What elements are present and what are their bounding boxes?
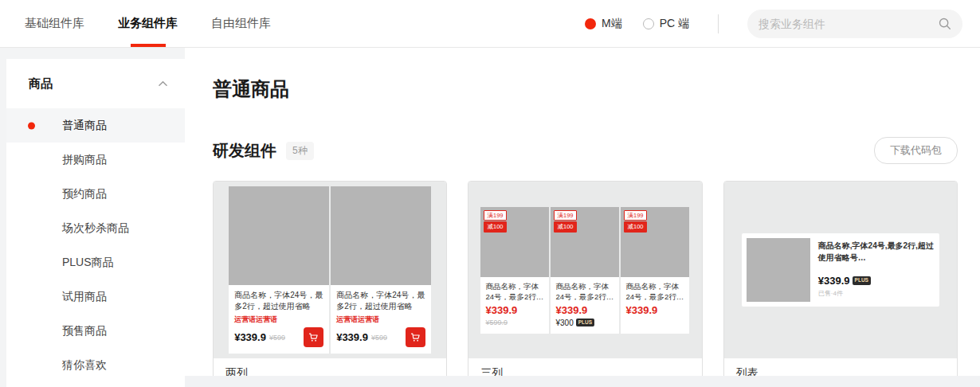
product-name: 商品名称，字体24号，最多2行，超过使用省略号…: [234, 290, 323, 312]
chevron-up-icon[interactable]: [159, 80, 167, 87]
sidebar-item-trial-goods[interactable]: 试用商品: [6, 280, 185, 314]
header-divider: [718, 14, 719, 33]
sidebar-item-group-buy-goods[interactable]: 拼购商品: [6, 143, 185, 177]
coupon-threshold: 满199: [554, 210, 576, 221]
radio-m-platform[interactable]: M端: [585, 17, 622, 31]
active-indicator-dot: [28, 122, 35, 129]
dev-components-section-header: 研发组件 5种 下载代码包: [213, 137, 958, 164]
card-two-column[interactable]: 商品名称，字体24号，最多2行，超过使用省略号… 运营语运营语 ¥339.9 ¥…: [213, 181, 447, 387]
tab-free-library[interactable]: 自由组件库: [194, 0, 288, 47]
download-code-button[interactable]: 下载代码包: [874, 137, 958, 164]
product-image-placeholder: 满199 减100: [480, 207, 549, 277]
sub-price-row: ¥599.9: [485, 318, 544, 328]
price: ¥339.9: [555, 304, 614, 316]
coupon-discount: 减100: [554, 221, 576, 233]
price: ¥339.9: [625, 304, 684, 316]
sidebar-item-presale-goods[interactable]: 预售商品: [6, 314, 185, 348]
sidebar-item-guess-you-like[interactable]: 猜你喜欢: [6, 348, 185, 382]
price: ¥339.9: [336, 331, 368, 343]
sidebar-item-label: 普通商品: [62, 119, 107, 133]
sidebar-item-plus-goods[interactable]: PLUS商品: [6, 245, 185, 280]
product-name: 商品名称，字体24号，最多2行…: [555, 281, 614, 303]
tab-base-library[interactable]: 基础组件库: [8, 0, 101, 47]
search-icon[interactable]: [938, 17, 951, 30]
sidebar-item-normal-goods[interactable]: 普通商品: [6, 108, 185, 143]
card-two-column-preview: 商品名称，字体24号，最多2行，超过使用省略号… 运营语运营语 ¥339.9 ¥…: [214, 182, 446, 358]
sidebar-item-label: 场次秒杀商品: [62, 221, 129, 236]
library-tabs: 基础组件库 业务组件库 自由组件库: [8, 0, 288, 47]
product-image-placeholder: 满199 减100: [551, 207, 619, 277]
sidebar-item-label: 预约商品: [62, 187, 107, 201]
product-image-placeholder: [747, 238, 810, 302]
old-price: ¥599.9: [485, 319, 508, 326]
product-image-placeholder: [229, 186, 329, 285]
sidebar-section-title: 商品: [29, 76, 53, 92]
price: ¥339.9: [818, 275, 850, 287]
operation-tag: 运营语运营语: [336, 315, 425, 325]
card-three-column-preview: 满199 减100 商品名称，字体24号，最多2行… ¥339.9 ¥599.9: [468, 182, 701, 358]
sidebar-item-flash-sale-goods[interactable]: 场次秒杀商品: [6, 211, 185, 245]
content-area: 商品 普通商品 拼购商品 预约商品 场次秒杀商品 PLU: [0, 48, 980, 387]
section-title: 研发组件: [213, 140, 276, 162]
card-label: 两列: [214, 358, 446, 387]
coupon-threshold: 满199: [624, 210, 646, 221]
radio-pc-platform[interactable]: PC 端: [643, 17, 689, 31]
radio-unselected-icon[interactable]: [643, 18, 654, 29]
coupon-badge: 满199 减100: [554, 210, 576, 233]
coupon-threshold: 满199: [484, 210, 506, 221]
sidebar-item-label: 预售商品: [62, 324, 107, 338]
price-row: ¥339.9 PLUS: [818, 275, 935, 287]
product-image-placeholder: [331, 186, 431, 285]
component-cards: 商品名称，字体24号，最多2行，超过使用省略号… 运营语运营语 ¥339.9 ¥…: [213, 181, 958, 387]
demo-product-tile: 满199 减100 商品名称，字体24号，最多2行… ¥339.9: [621, 207, 689, 334]
sidebar-item-reserve-goods[interactable]: 预约商品: [6, 177, 185, 211]
sidebar-section-goods[interactable]: 商品: [6, 59, 185, 108]
product-info: 商品名称，字体24号，最多2行… ¥339.9: [621, 277, 689, 334]
plus-badge: PLUS: [576, 319, 594, 327]
operation-tag: 运营语运营语: [234, 315, 323, 325]
radio-pc-label[interactable]: PC 端: [660, 17, 689, 31]
old-price: ¥599: [269, 334, 285, 342]
product-info: 商品名称，字体24号，最多2行，超过使用省略号… 运营语运营语 ¥339.9 ¥…: [331, 285, 431, 354]
sidebar-item-label: PLUS商品: [62, 256, 114, 270]
sidebar-column: 商品 普通商品 拼购商品 预约商品 场次秒杀商品 PLU: [0, 48, 185, 387]
sub-price-row: ¥300 PLUS: [555, 318, 614, 328]
search-box[interactable]: [747, 10, 962, 38]
product-info: 商品名称，字体24号，最多2行… ¥339.9 ¥300 PLUS: [551, 277, 619, 334]
radio-m-label[interactable]: M端: [602, 17, 622, 31]
coupon-discount: 减100: [624, 221, 646, 233]
card-label: 列表: [724, 358, 957, 387]
coupon-badge: 满199 减100: [484, 210, 506, 233]
product-name: 商品名称，字体24号，最多2行…: [625, 281, 684, 303]
sub-price-row: [625, 318, 684, 328]
card-list-preview: 商品名称,字体24号,最多2行,超过使用省略号… ¥339.9 PLUS 已售·…: [724, 182, 957, 358]
product-name: 商品名称,字体24号,最多2行,超过使用省略号…: [818, 240, 935, 264]
search-input[interactable]: [759, 18, 938, 30]
cart-icon: [304, 327, 323, 347]
price-row: ¥339.9 ¥599: [336, 327, 425, 347]
card-list[interactable]: 商品名称,字体24号,最多2行,超过使用省略号… ¥339.9 PLUS 已售·…: [723, 181, 958, 387]
top-header: 基础组件库 业务组件库 自由组件库 M端 PC 端: [0, 0, 980, 48]
product-name: 商品名称，字体24号，最多2行…: [485, 281, 544, 303]
demo-product-tile: 满199 减100 商品名称，字体24号，最多2行… ¥339.9 ¥300 P…: [551, 207, 619, 334]
product-image-placeholder: 满199 减100: [621, 207, 689, 277]
tab-business-library[interactable]: 业务组件库: [101, 0, 194, 47]
page-title: 普通商品: [213, 76, 958, 102]
plus-badge: PLUS: [853, 276, 871, 285]
demo-product-tile: 满199 减100 商品名称，字体24号，最多2行… ¥339.9 ¥599.9: [480, 207, 549, 334]
platform-switch: M端 PC 端: [585, 17, 689, 31]
demo-product-tile: 商品名称，字体24号，最多2行，超过使用省略号… 运营语运营语 ¥339.9 ¥…: [331, 186, 431, 354]
product-info: 商品名称，字体24号，最多2行，超过使用省略号… 运营语运营语 ¥339.9 ¥…: [229, 285, 329, 354]
radio-selected-icon[interactable]: [585, 18, 596, 29]
plus-price: ¥300: [555, 319, 573, 327]
price: ¥339.9: [234, 331, 266, 343]
cart-icon: [406, 327, 425, 347]
product-info: 商品名称,字体24号,最多2行,超过使用省略号… ¥339.9 PLUS 已售·…: [818, 238, 935, 302]
list-demo-item: 商品名称,字体24号,最多2行,超过使用省略号… ¥339.9 PLUS 已售·…: [742, 233, 939, 307]
card-label: 三列: [468, 358, 701, 387]
component-count-badge: 5种: [286, 142, 314, 160]
product-name: 商品名称，字体24号，最多2行，超过使用省略号…: [336, 290, 425, 312]
coupon-badge: 满199 减100: [624, 210, 646, 233]
card-three-column[interactable]: 满199 减100 商品名称，字体24号，最多2行… ¥339.9 ¥599.9: [468, 181, 702, 387]
two-col-demo: 商品名称，字体24号，最多2行，超过使用省略号… 运营语运营语 ¥339.9 ¥…: [229, 186, 431, 354]
